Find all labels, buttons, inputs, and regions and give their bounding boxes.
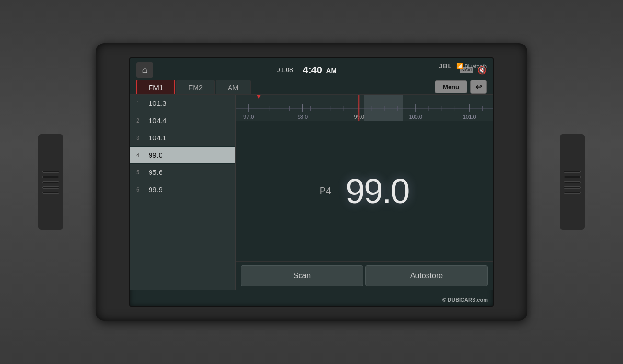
freq-display: P4 99.0	[236, 121, 493, 261]
scan-button[interactable]: Scan	[241, 265, 363, 286]
station-frequency: 99.0	[149, 151, 162, 159]
dash-frame: JBL 📶 Bluetooth ⌂ 01.08 4:40 AM	[96, 43, 527, 321]
bluetooth-label: 📶 Bluetooth	[456, 63, 487, 69]
home-icon: ⌂	[142, 65, 148, 75]
station-frequency: 104.4	[149, 116, 167, 125]
vent-blade	[564, 186, 581, 189]
bluetooth-icon: 📶	[456, 63, 463, 69]
right-vent	[560, 134, 585, 230]
tab-am[interactable]: AM	[216, 80, 251, 94]
bottom-buttons: Scan Autostore	[236, 261, 493, 290]
time-info: 01.08 4:40 AM	[153, 65, 460, 76]
brand-bar: JBL 📶 Bluetooth	[439, 62, 487, 69]
tab-fm1[interactable]: FM1	[136, 80, 175, 94]
station-number: 4	[136, 151, 146, 159]
vent-blade	[564, 192, 581, 194]
home-button[interactable]: ⌂	[136, 62, 153, 78]
station-number: 1	[136, 100, 146, 107]
vent-blade	[42, 181, 59, 183]
station-item[interactable]: 699.9	[130, 181, 235, 198]
left-vent	[38, 134, 63, 230]
frequency-value: 99.0	[346, 171, 409, 211]
car-surround: JBL 📶 Bluetooth ⌂ 01.08 4:40 AM	[0, 0, 623, 364]
tab-bar: FM1 FM2 AM Menu ↩	[130, 80, 493, 95]
right-panel: 97.0 98.0 99.0	[236, 95, 493, 290]
station-number: 3	[136, 134, 146, 141]
vent-blade	[42, 171, 59, 173]
station-list: 1101.32104.43104.1499.0595.6699.9	[130, 95, 236, 290]
station-number: 6	[136, 186, 146, 193]
station-frequency: 104.1	[149, 134, 167, 142]
top-bar: ⌂ 01.08 4:40 AM NAVI 🔇	[130, 58, 493, 80]
station-item[interactable]: 2104.4	[130, 112, 235, 129]
vent-blade	[42, 176, 59, 178]
date-display: 01.08	[277, 66, 293, 74]
station-frequency: 95.6	[149, 168, 162, 176]
station-frequency: 101.3	[149, 99, 167, 107]
main-content: 1101.32104.43104.1499.0595.6699.9	[130, 95, 493, 290]
vent-blade	[42, 192, 59, 194]
vent-blade	[42, 186, 59, 189]
autostore-button[interactable]: Autostore	[365, 265, 488, 286]
station-item[interactable]: 1101.3	[130, 95, 235, 112]
frequency-ruler: 97.0 98.0 99.0	[236, 95, 493, 121]
station-number: 2	[136, 117, 146, 124]
svg-text:100.0: 100.0	[409, 114, 422, 120]
vent-blade	[564, 181, 581, 183]
station-item[interactable]: 3104.1	[130, 129, 235, 147]
vent-blade	[564, 171, 581, 173]
watermark: © DUBICARS.com	[442, 297, 488, 303]
back-button[interactable]: ↩	[470, 80, 487, 94]
menu-button[interactable]: Menu	[435, 80, 467, 93]
ruler-svg: 97.0 98.0 99.0	[236, 95, 493, 121]
time-display: 4:40 AM	[303, 65, 336, 76]
svg-text:98.0: 98.0	[298, 114, 308, 120]
station-item[interactable]: 595.6	[130, 164, 235, 181]
preset-label: P4	[320, 185, 331, 196]
vent-blade	[564, 176, 581, 178]
station-item[interactable]: 499.0	[130, 147, 235, 164]
screen: JBL 📶 Bluetooth ⌂ 01.08 4:40 AM	[129, 57, 494, 307]
tab-fm2[interactable]: FM2	[176, 80, 215, 94]
station-number: 5	[136, 169, 146, 176]
svg-text:101.0: 101.0	[463, 114, 476, 120]
svg-rect-1	[364, 95, 403, 121]
jbl-logo: JBL	[439, 62, 452, 69]
station-frequency: 99.9	[149, 185, 162, 193]
back-icon: ↩	[475, 83, 482, 91]
svg-text:97.0: 97.0	[243, 114, 254, 120]
